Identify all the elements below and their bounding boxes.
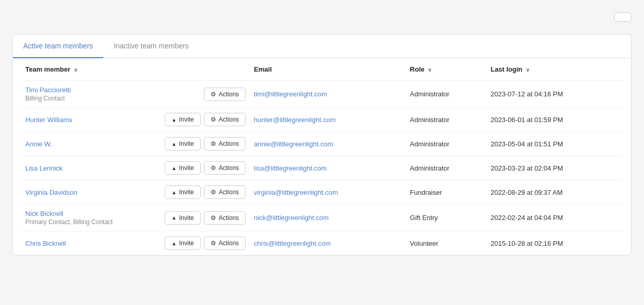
invite-icon: ▲ — [171, 117, 176, 123]
member-info: Chris Bicknell — [25, 240, 66, 247]
table-row: Virginia Davidson▲ Invite⚙ Actionsvirgin… — [21, 180, 623, 205]
gear-icon: ⚙ — [211, 140, 216, 147]
table-body: Timi PacciorettiBilling Contact⚙ Actions… — [21, 81, 623, 256]
tabs-container: Active team membersInactive team members — [13, 35, 631, 58]
gear-icon: ⚙ — [211, 240, 216, 247]
actions-group: ▲ Invite⚙ Actions — [165, 185, 246, 199]
actions-button[interactable]: ⚙ Actions — [204, 88, 246, 101]
actions-group: ▲ Invite⚙ Actions — [165, 211, 246, 225]
invite-icon: ▲ — [171, 190, 176, 195]
team-card: Active team membersInactive team members… — [12, 34, 632, 256]
role-cell: Administrator — [406, 132, 487, 156]
col-header-lastlogin[interactable]: Last login ∨ — [487, 58, 623, 81]
actions-group: ▲ Invite⚙ Actions — [165, 161, 246, 175]
member-cell: Timi PacciorettiBilling Contact⚙ Actions — [21, 81, 250, 108]
table-row: Lisa Lennick▲ Invite⚙ Actionslisa@little… — [21, 156, 623, 180]
invite-button[interactable]: ▲ Invite — [165, 236, 201, 250]
lastlogin-cell: 2023-06-01 at 01:59 PM — [487, 108, 623, 132]
member-name[interactable]: Chris Bicknell — [25, 240, 66, 247]
invite-button[interactable]: ▲ Invite — [165, 137, 201, 150]
col-header-role[interactable]: Role ∨ — [406, 58, 487, 81]
add-team-member-button[interactable] — [614, 12, 632, 22]
gear-icon: ⚙ — [211, 164, 216, 172]
member-info: Nick BicknellPrimary Contact, Billing Co… — [25, 210, 112, 226]
sort-icon: ∨ — [428, 67, 431, 73]
lastlogin-cell: 2022-08-29 at 09:37 AM — [487, 180, 623, 205]
actions-button[interactable]: ⚙ Actions — [204, 113, 246, 126]
member-sub: Billing Contact — [25, 95, 71, 102]
invite-button[interactable]: ▲ Invite — [165, 185, 201, 199]
role-cell: Volunteer — [406, 231, 487, 256]
invite-icon: ▲ — [171, 215, 176, 221]
gear-icon: ⚙ — [211, 91, 216, 98]
lastlogin-cell: 2023-07-12 at 04:16 PM — [487, 81, 623, 108]
email-link[interactable]: timi@littlegreenlight.com — [254, 90, 327, 98]
lastlogin-cell: 2015-10-28 at 02:16 PM — [487, 231, 623, 256]
role-cell: Administrator — [406, 81, 487, 108]
actions-button[interactable]: ⚙ Actions — [204, 236, 246, 250]
gear-icon: ⚙ — [211, 214, 216, 222]
member-info: Annie W. — [25, 140, 52, 148]
email-link[interactable]: virginia@littlegreenlight.com — [254, 189, 338, 196]
table-header: Team member ∨EmailRole ∨Last login ∨ — [21, 58, 623, 81]
invite-button[interactable]: ▲ Invite — [165, 161, 201, 175]
role-cell: Fundraiser — [406, 180, 487, 205]
role-cell: Administrator — [406, 108, 487, 132]
table-row: Nick BicknellPrimary Contact, Billing Co… — [21, 205, 623, 231]
gear-icon: ⚙ — [211, 189, 216, 196]
invite-button[interactable]: ▲ Invite — [165, 211, 201, 225]
table-row: Hunter Williams▲ Invite⚙ Actionshunter@l… — [21, 108, 623, 132]
lastlogin-cell: 2023-03-23 at 02:04 PM — [487, 156, 623, 180]
table-row: Annie W.▲ Invite⚙ Actionsannie@littlegre… — [21, 132, 623, 156]
email-cell: timi@littlegreenlight.com — [250, 81, 406, 108]
lastlogin-cell: 2023-05-04 at 01:51 PM — [487, 132, 623, 156]
member-cell: Annie W.▲ Invite⚙ Actions — [21, 132, 250, 156]
member-info: Hunter Williams — [25, 116, 72, 124]
member-info: Lisa Lennick — [25, 164, 62, 172]
member-name[interactable]: Virginia Davidson — [25, 189, 77, 196]
tab-active[interactable]: Active team members — [13, 35, 103, 58]
member-info: Virginia Davidson — [25, 189, 77, 196]
email-link[interactable]: lisa@littlegreenlight.com — [254, 164, 327, 172]
email-cell: hunter@littlegreenlight.com — [250, 108, 406, 132]
email-cell: virginia@littlegreenlight.com — [250, 180, 406, 205]
member-name[interactable]: Timi Paccioretti — [25, 86, 71, 94]
col-header-member[interactable]: Team member ∨ — [21, 58, 250, 81]
actions-button[interactable]: ⚙ Actions — [204, 161, 246, 175]
invite-button[interactable]: ▲ Invite — [165, 113, 201, 126]
member-name[interactable]: Hunter Williams — [25, 116, 72, 124]
table-header-row: Team member ∨EmailRole ∨Last login ∨ — [21, 58, 623, 81]
actions-button[interactable]: ⚙ Actions — [204, 185, 246, 199]
email-link[interactable]: hunter@littlegreenlight.com — [254, 116, 335, 124]
email-link[interactable]: nick@littlegreenlight.com — [254, 214, 329, 222]
tab-inactive[interactable]: Inactive team members — [103, 35, 199, 58]
member-cell: Nick BicknellPrimary Contact, Billing Co… — [21, 205, 250, 231]
member-name[interactable]: Nick Bicknell — [25, 210, 63, 217]
actions-group: ⚙ Actions — [204, 88, 246, 101]
actions-group: ▲ Invite⚙ Actions — [165, 113, 246, 126]
actions-group: ▲ Invite⚙ Actions — [165, 137, 246, 150]
member-cell: Virginia Davidson▲ Invite⚙ Actions — [21, 180, 250, 205]
member-name[interactable]: Lisa Lennick — [25, 164, 62, 172]
table-container: Team member ∨EmailRole ∨Last login ∨ Tim… — [13, 58, 631, 255]
email-cell: lisa@littlegreenlight.com — [250, 156, 406, 180]
actions-button[interactable]: ⚙ Actions — [204, 211, 246, 225]
email-cell: annie@littlegreenlight.com — [250, 132, 406, 156]
lastlogin-cell: 2022-02-24 at 04:04 PM — [487, 205, 623, 231]
email-cell: chris@littlegreenlight.com — [250, 231, 406, 256]
actions-button[interactable]: ⚙ Actions — [204, 137, 246, 150]
email-link[interactable]: chris@littlegreenlight.com — [254, 240, 331, 247]
email-link[interactable]: annie@littlegreenlight.com — [254, 140, 333, 148]
member-cell: Hunter Williams▲ Invite⚙ Actions — [21, 108, 250, 132]
invite-icon: ▲ — [171, 241, 176, 246]
member-name[interactable]: Annie W. — [25, 140, 52, 148]
table-row: Chris Bicknell▲ Invite⚙ Actionschris@lit… — [21, 231, 623, 256]
col-header-email: Email — [250, 58, 406, 81]
table-row: Timi PacciorettiBilling Contact⚙ Actions… — [21, 81, 623, 108]
member-info: Timi PacciorettiBilling Contact — [25, 86, 71, 102]
member-sub: Primary Contact, Billing Contact — [25, 218, 112, 226]
invite-icon: ▲ — [171, 141, 176, 147]
role-cell: Gift Entry — [406, 205, 487, 231]
actions-group: ▲ Invite⚙ Actions — [165, 236, 246, 250]
team-table: Team member ∨EmailRole ∨Last login ∨ Tim… — [21, 58, 623, 255]
